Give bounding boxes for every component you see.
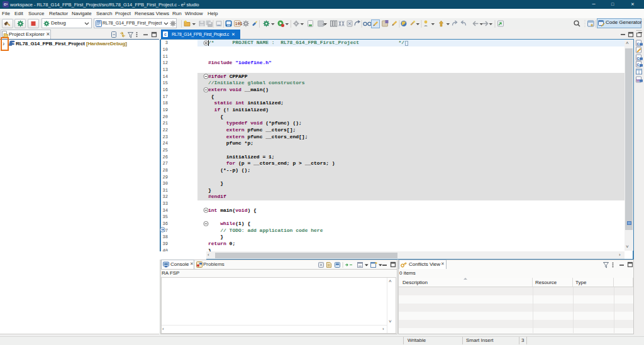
svg-text:w: w — [636, 78, 640, 82]
svg-text:c: c — [637, 62, 640, 67]
svg-text:c: c — [637, 41, 640, 46]
svg-text:c: c — [637, 56, 640, 60]
svg-text:101: 101 — [235, 22, 243, 26]
